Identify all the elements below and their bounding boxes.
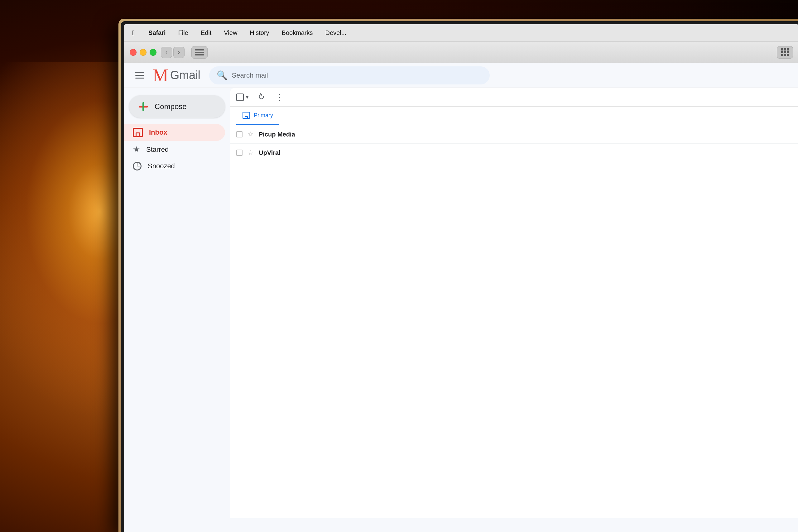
back-button[interactable]: ‹ xyxy=(161,47,172,58)
macos-menu-bar:  Safari File Edit View History Bookmark… xyxy=(124,24,798,42)
gmail-logo[interactable]: M Gmail xyxy=(153,67,201,84)
gmail-text-logo: Gmail xyxy=(170,69,201,82)
compose-button[interactable]: Compose xyxy=(129,95,225,118)
grid-dot xyxy=(787,48,789,51)
refresh-icon: ↻ xyxy=(256,91,267,103)
safari-menu[interactable]: Safari xyxy=(147,28,168,38)
apple-menu[interactable]:  xyxy=(130,28,136,38)
grid-dot xyxy=(784,48,786,51)
sidebar-item-snoozed[interactable]: Snoozed xyxy=(124,158,225,174)
tab-primary[interactable]: Primary xyxy=(236,107,279,125)
email-sender: UpViral xyxy=(259,149,321,156)
grid-dot xyxy=(784,51,786,53)
star-icon: ★ xyxy=(133,145,140,154)
inbox-icon xyxy=(133,128,143,137)
file-menu[interactable]: File xyxy=(176,28,190,38)
view-menu[interactable]: View xyxy=(222,28,239,38)
gmail-m-logo: M xyxy=(153,67,168,84)
close-button[interactable] xyxy=(130,49,136,56)
bookmarks-menu[interactable]: Bookmarks xyxy=(280,28,315,38)
gmail-tabs: Primary xyxy=(230,107,798,125)
hamburger-bar1 xyxy=(135,72,144,73)
search-icon: 🔍 xyxy=(217,70,228,80)
email-star-icon[interactable]: ☆ xyxy=(247,130,254,138)
sidebar-item-starred[interactable]: ★ Starred xyxy=(124,141,225,158)
safari-toolbar: ‹ › xyxy=(124,42,798,63)
back-icon: ‹ xyxy=(166,49,167,56)
select-all-checkbox[interactable] xyxy=(236,94,244,101)
sidebar-item-inbox[interactable]: Inbox xyxy=(124,124,225,141)
grid-dot xyxy=(781,48,783,51)
grid-dot xyxy=(787,54,789,56)
edit-menu[interactable]: Edit xyxy=(199,28,213,38)
grid-dot xyxy=(781,51,783,53)
tab-grid-button[interactable] xyxy=(777,46,793,59)
primary-tab-label: Primary xyxy=(254,112,273,119)
minimize-button[interactable] xyxy=(140,49,147,56)
email-checkbox[interactable] xyxy=(236,150,243,156)
screen-content:  Safari File Edit View History Bookmark… xyxy=(124,24,798,532)
inbox-label: Inbox xyxy=(149,128,167,136)
search-bar[interactable]: 🔍 Search mail xyxy=(209,66,490,84)
history-menu[interactable]: History xyxy=(248,28,271,38)
grid-dot xyxy=(781,54,783,56)
more-vert-icon: ⋮ xyxy=(276,93,284,101)
snoozed-label: Snoozed xyxy=(148,162,175,170)
email-list: ☆ Picup Media ☆ UpViral xyxy=(230,125,798,518)
nav-buttons: ‹ › xyxy=(161,47,185,58)
compose-icon xyxy=(138,101,149,112)
grid-dot xyxy=(784,54,786,56)
gmail-header: M Gmail 🔍 Search mail xyxy=(124,63,798,88)
traffic-lights xyxy=(130,49,156,56)
clock-icon xyxy=(133,162,141,170)
select-all-wrapper[interactable]: ▼ xyxy=(236,94,249,101)
starred-label: Starred xyxy=(146,146,169,154)
refresh-button[interactable]: ↻ xyxy=(254,90,268,104)
gmail-main: ▼ ↻ ⋮ xyxy=(230,88,798,518)
email-checkbox[interactable] xyxy=(236,131,243,137)
fullscreen-button[interactable] xyxy=(150,49,156,56)
email-star-icon[interactable]: ☆ xyxy=(247,149,254,157)
email-sender: Picup Media xyxy=(259,131,321,138)
checkbox-dropdown-arrow[interactable]: ▼ xyxy=(245,95,249,100)
forward-icon: › xyxy=(178,49,180,56)
search-placeholder-text: Search mail xyxy=(232,71,268,79)
grid-dot xyxy=(787,51,789,53)
compose-label: Compose xyxy=(155,102,187,111)
sidebar-icon-bar1 xyxy=(195,49,204,51)
sidebar-icon-bar2 xyxy=(195,52,204,53)
sidebar-icon-bar3 xyxy=(195,54,204,56)
hamburger-bar3 xyxy=(135,78,144,78)
plus-vertical xyxy=(142,102,144,111)
email-row[interactable]: ☆ Picup Media xyxy=(230,125,798,144)
gmail-sidebar: Compose Inbox ★ Starred xyxy=(124,88,230,518)
inbox-icon-tab xyxy=(136,132,140,136)
develop-menu[interactable]: Devel... xyxy=(324,28,348,38)
screen-bezel:  Safari File Edit View History Bookmark… xyxy=(121,21,798,532)
gmail-body: Compose Inbox ★ Starred xyxy=(124,88,798,518)
email-row[interactable]: ☆ UpViral xyxy=(230,144,798,162)
more-options-button[interactable]: ⋮ xyxy=(273,90,287,104)
hamburger-bar2 xyxy=(135,75,144,76)
menu-button[interactable] xyxy=(132,67,148,83)
forward-button[interactable]: › xyxy=(173,47,185,58)
gmail-toolbar: ▼ ↻ ⋮ xyxy=(230,88,798,107)
grid-icon xyxy=(781,48,789,56)
laptop-body:  Safari File Edit View History Bookmark… xyxy=(118,19,798,532)
hamburger-icon xyxy=(135,72,144,78)
sidebar-toggle-button[interactable] xyxy=(191,46,208,59)
primary-tab-icon xyxy=(243,112,250,119)
sidebar-toggle-icon xyxy=(195,49,204,56)
